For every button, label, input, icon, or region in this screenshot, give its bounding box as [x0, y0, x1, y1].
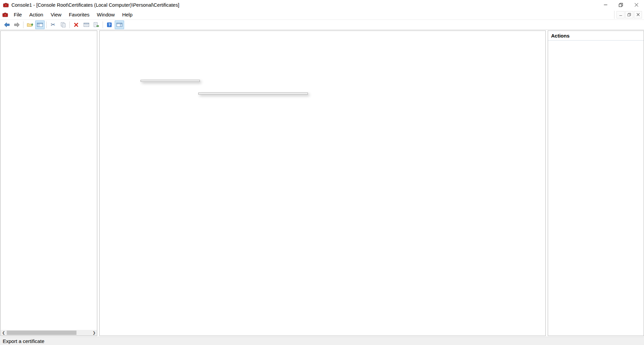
menu-action[interactable]: Action: [25, 11, 47, 19]
copy-icon: [61, 22, 66, 27]
menu-bar: FileActionViewFavoritesWindowHelp: [0, 10, 644, 20]
menu-view[interactable]: View: [47, 11, 65, 19]
scrollbar-thumb[interactable]: [7, 331, 76, 335]
delete-icon: [74, 22, 78, 27]
help-icon: ?: [107, 22, 112, 27]
toolbar-separator: [69, 21, 70, 28]
toolbar-separator: [46, 21, 47, 28]
console-tree-panel: ❮ ❯: [0, 31, 97, 336]
scroll-left-arrow[interactable]: ❮: [1, 330, 6, 336]
console-workspace: ❮ ❯ Actions: [0, 30, 644, 337]
menu-file[interactable]: File: [10, 11, 25, 19]
show-action-pane-button[interactable]: [115, 20, 124, 29]
actions-pane-title: Actions: [548, 31, 644, 41]
scroll-right-arrow[interactable]: ❯: [91, 330, 97, 336]
context-menu: [141, 80, 200, 82]
window-title: Console1 - [Console Root\Certificates (L…: [11, 2, 179, 8]
toolbar-separator: [103, 21, 103, 28]
certificate-list: [99, 31, 546, 336]
copy-button[interactable]: [58, 20, 68, 29]
title-bar: Console1 - [Console Root\Certificates (L…: [0, 0, 644, 10]
restore-button[interactable]: [613, 0, 629, 10]
forward-button[interactable]: [12, 20, 21, 29]
wintree-icon: [37, 22, 43, 27]
actions-pane: Actions: [548, 31, 644, 336]
minimize-button[interactable]: [598, 0, 613, 10]
close-button[interactable]: [629, 0, 644, 10]
back-icon: [4, 22, 10, 27]
cut-button[interactable]: ✂: [48, 20, 58, 29]
back-button[interactable]: [2, 20, 11, 29]
child-minimize-button[interactable]: [616, 11, 625, 18]
winpane-icon: [116, 22, 122, 27]
export-list-button[interactable]: [92, 20, 101, 29]
menu-window[interactable]: Window: [93, 11, 118, 19]
toolbar: ✂?: [0, 20, 644, 30]
child-close-button[interactable]: [634, 11, 642, 18]
window-controls: [598, 0, 644, 10]
scissors-icon: ✂: [51, 21, 55, 28]
child-window-controls: [614, 11, 643, 19]
tree-horizontal-scrollbar[interactable]: ❮ ❯: [1, 330, 97, 336]
delete-button[interactable]: [71, 20, 81, 29]
show-console-tree-button[interactable]: [35, 20, 45, 29]
menu-help[interactable]: Help: [118, 11, 136, 19]
props-icon: [84, 22, 89, 27]
status-text: Export a certificate: [3, 338, 44, 344]
child-restore-button[interactable]: [625, 11, 633, 18]
properties-button[interactable]: [82, 20, 91, 29]
up-one-level-button[interactable]: [25, 20, 35, 29]
help-button[interactable]: ?: [105, 20, 114, 29]
status-bar: Export a certificate: [0, 337, 644, 345]
menu-favorites[interactable]: Favorites: [65, 11, 93, 19]
mmc-app-icon: [3, 2, 9, 7]
forward-icon: [14, 22, 20, 27]
toolbar-separator: [23, 21, 23, 28]
explist-icon: [94, 22, 99, 27]
all-tasks-submenu: [198, 93, 308, 95]
svg-text:?: ?: [108, 23, 111, 27]
folderup-icon: [27, 22, 33, 27]
mmc-icon: [2, 12, 8, 17]
